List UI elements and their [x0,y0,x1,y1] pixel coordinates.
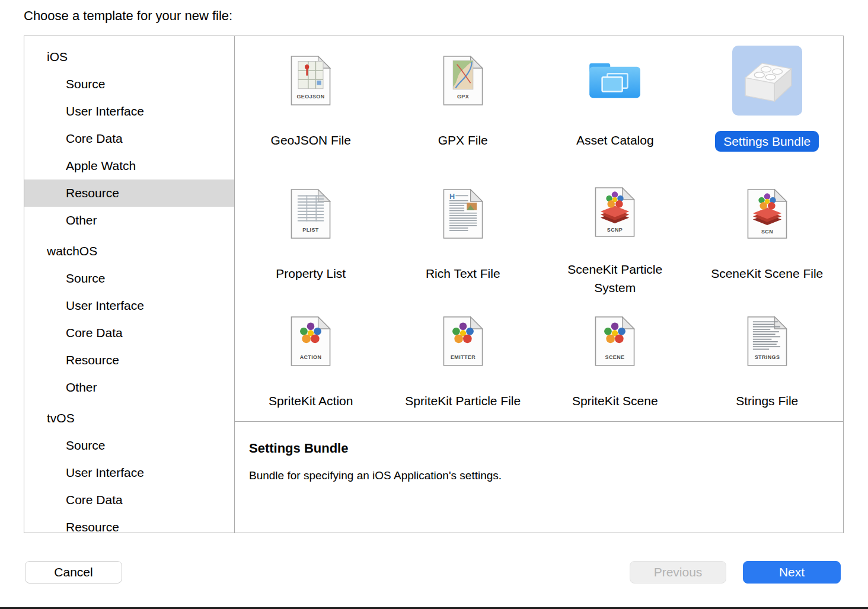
icon-badge-text: GEOJSON [297,94,325,100]
template-geojson-file[interactable]: GEOJSON GeoJSON File [235,36,387,169]
template-scenekit-scene-file[interactable]: SCN SceneKit Scene File [691,169,844,297]
template-label: GeoJSON File [271,131,351,149]
cancel-button[interactable]: Cancel [25,561,122,584]
icon-badge-text: SCENE [605,354,625,360]
template-rich-text-file[interactable]: H Rich Text Fil [387,169,540,297]
sidebar-item-watchos-core-data[interactable]: Core Data [24,319,234,347]
icon-badge-text: SCNP [607,226,623,232]
template-label: Strings File [736,392,798,410]
sidebar-group-header-watchos: watchOS [24,238,234,265]
template-spritekit-action[interactable]: ACTION SpriteKit Action [235,297,387,421]
template-label: Asset Catalog [576,131,654,149]
next-button[interactable]: Next [743,561,841,584]
template-label: SpriteKit Particle File [405,392,521,410]
sidebar-item-watchos-source[interactable]: Source [24,265,234,292]
scenekit-particle-system-icon: SCNP [595,187,635,237]
sidebar-item-watchos-other[interactable]: Other [24,374,234,401]
sidebar-item-tvos-source[interactable]: Source [24,432,234,459]
icon-badge-text: GPX [457,94,469,100]
dialog-title: Choose a template for your new file: [24,8,232,24]
rich-text-file-icon: H [443,189,483,239]
icon-badge-text: STRINGS [754,354,780,360]
asset-catalog-folder-icon [586,59,644,102]
template-gpx-file[interactable]: GPX GPX File [387,36,540,169]
sidebar-item-ios-apple-watch[interactable]: Apple Watch [24,152,234,180]
scenekit-scene-file-icon: SCN [747,189,787,239]
template-label: Rich Text File [426,264,500,283]
template-content: GEOJSON GeoJSON File GPX [235,36,843,533]
template-spritekit-particle-file[interactable]: EMITTER SpriteKit Particle File [387,297,540,421]
template-strings-file[interactable]: STRINGS Strings File [691,297,844,421]
icon-badge-text: PLIST [303,227,319,233]
template-asset-catalog[interactable]: Asset Catalog [539,36,691,169]
sidebar-group-header-tvos: tvOS [24,405,234,432]
sidebar-item-tvos-core-data[interactable]: Core Data [24,486,234,514]
geojson-file-icon: GEOJSON [291,56,331,105]
previous-button[interactable]: Previous [630,561,726,584]
platform-sidebar: iOS Source User Interface Core Data Appl… [24,36,235,533]
sidebar-item-tvos-resource[interactable]: Resource [24,514,234,533]
sidebar-item-watchos-resource[interactable]: Resource [24,347,234,374]
detail-title: Settings Bundle [249,441,843,456]
strings-file-icon: STRINGS [747,316,787,366]
template-settings-bundle[interactable]: Settings Bundle [691,36,844,169]
spritekit-action-icon: ACTION [291,316,331,366]
template-label: Property List [276,264,346,283]
selected-template-highlight [732,46,802,116]
svg-text:H: H [449,193,455,201]
sidebar-item-ios-other[interactable]: Other [24,207,234,234]
template-chooser-panel: iOS Source User Interface Core Data Appl… [24,36,844,533]
gpx-file-icon: GPX [443,56,483,105]
spritekit-particle-file-icon: EMITTER [443,316,483,366]
icon-badge-text: EMITTER [451,354,476,360]
property-list-icon: PLIST [291,189,331,239]
template-detail-pane: Settings Bundle Bundle for specifying an… [235,421,843,533]
detail-description: Bundle for specifying an iOS Application… [249,469,843,482]
template-scenekit-particle-system[interactable]: SCNP SceneKit Particle System [539,169,691,297]
icon-badge-text: SCN [761,229,773,235]
template-grid: GEOJSON GeoJSON File GPX [235,36,843,421]
spritekit-scene-icon: SCENE [595,316,635,366]
settings-bundle-brick-icon [736,50,798,111]
template-label: SceneKit Scene File [711,264,823,283]
template-label: GPX File [438,131,488,149]
template-label: SpriteKit Scene [572,392,658,410]
icon-badge-text: ACTION [300,354,322,360]
sidebar-item-ios-user-interface[interactable]: User Interface [24,98,234,125]
sidebar-item-ios-core-data[interactable]: Core Data [24,125,234,152]
template-spritekit-scene[interactable]: SCENE SpriteKit Scene [539,297,691,421]
selected-template-label: Settings Bundle [715,131,819,152]
template-label: SceneKit Particle System [550,260,680,297]
sidebar-item-watchos-user-interface[interactable]: User Interface [24,292,234,319]
sidebar-item-tvos-user-interface[interactable]: User Interface [24,459,234,486]
template-property-list[interactable]: PLIST Property List [235,169,387,297]
sidebar-item-ios-source[interactable]: Source [24,70,234,98]
template-label: SpriteKit Action [269,392,353,410]
sidebar-group-header-ios: iOS [24,43,234,70]
sidebar-item-ios-resource[interactable]: Resource [24,180,234,207]
template-label: Settings Bundle [715,131,819,152]
